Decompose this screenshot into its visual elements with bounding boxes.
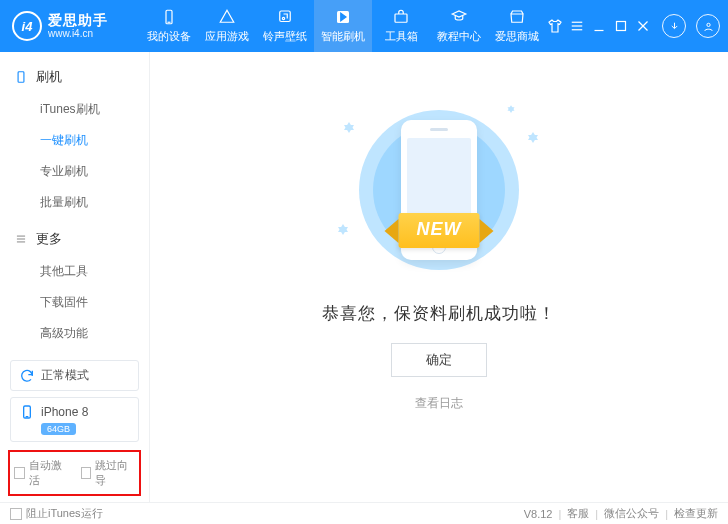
sidebar-group-title: 更多 <box>36 230 62 248</box>
sidebar-item-other-tools[interactable]: 其他工具 <box>0 256 149 287</box>
logo-icon: i4 <box>12 11 42 41</box>
nav-label: 应用游戏 <box>205 29 249 44</box>
iphone-icon <box>19 404 35 420</box>
auto-activate-checkbox[interactable]: 自动激活 <box>14 458 69 488</box>
checkbox-icon <box>81 467 92 479</box>
list-icon <box>14 232 28 246</box>
nav-apps[interactable]: 应用游戏 <box>198 0 256 52</box>
nav-flash[interactable]: 智能刷机 <box>314 0 372 52</box>
nav-label: 爱思商城 <box>495 29 539 44</box>
footer-link-wechat[interactable]: 微信公众号 <box>604 506 659 521</box>
flash-icon <box>334 8 352 26</box>
nav-label: 铃声壁纸 <box>263 29 307 44</box>
window-controls <box>546 14 728 38</box>
sidebar-item-advanced[interactable]: 高级功能 <box>0 318 149 349</box>
device-mode-label: 正常模式 <box>41 367 89 384</box>
view-log-link[interactable]: 查看日志 <box>415 395 463 412</box>
device-card[interactable]: iPhone 8 64GB <box>10 397 139 442</box>
apps-icon <box>218 8 236 26</box>
app-name: 爱思助手 <box>48 13 108 28</box>
success-message: 恭喜您，保资料刷机成功啦！ <box>322 302 556 325</box>
nav-tutorial[interactable]: 教程中心 <box>430 0 488 52</box>
menu-icon[interactable] <box>568 17 586 35</box>
phone-icon <box>14 70 28 84</box>
toolbox-icon <box>392 8 410 26</box>
skip-guide-checkbox[interactable]: 跳过向导 <box>81 458 136 488</box>
main-content: NEW 恭喜您，保资料刷机成功啦！ 确定 查看日志 <box>150 52 728 502</box>
close-icon[interactable] <box>634 17 652 35</box>
checkbox-label: 跳过向导 <box>95 458 135 488</box>
svg-rect-5 <box>395 14 407 22</box>
music-icon <box>276 8 294 26</box>
footer-link-update[interactable]: 检查更新 <box>674 506 718 521</box>
checkbox-label: 自动激活 <box>29 458 69 488</box>
block-itunes-checkbox[interactable]: 阻止iTunes运行 <box>10 506 103 521</box>
sidebar-item-pro-flash[interactable]: 专业刷机 <box>0 156 149 187</box>
maximize-icon[interactable] <box>612 17 630 35</box>
nav-my-device[interactable]: 我的设备 <box>140 0 198 52</box>
svg-rect-2 <box>280 11 291 22</box>
checkbox-label: 阻止iTunes运行 <box>26 506 103 521</box>
status-bar: 阻止iTunes运行 V8.12 | 客服 | 微信公众号 | 检查更新 <box>0 502 728 524</box>
svg-point-3 <box>282 17 284 19</box>
sidebar-item-download-fw[interactable]: 下载固件 <box>0 287 149 318</box>
sidebar-item-batch-flash[interactable]: 批量刷机 <box>0 187 149 218</box>
sidebar-item-oneclick-flash[interactable]: 一键刷机 <box>0 125 149 156</box>
version-label: V8.12 <box>524 508 553 520</box>
skin-icon[interactable] <box>546 17 564 35</box>
device-icon <box>160 8 178 26</box>
svg-point-13 <box>706 23 709 26</box>
device-mode[interactable]: 正常模式 <box>10 360 139 391</box>
footer-link-support[interactable]: 客服 <box>567 506 589 521</box>
highlighted-options: 自动激活 跳过向导 <box>8 450 141 496</box>
sidebar-group-title: 刷机 <box>36 68 62 86</box>
titlebar: i4 爱思助手 www.i4.cn 我的设备 应用游戏 铃声壁纸 智能刷机 工具… <box>0 0 728 52</box>
nav-toolbox[interactable]: 工具箱 <box>372 0 430 52</box>
user-button[interactable] <box>696 14 720 38</box>
nav-label: 工具箱 <box>385 29 418 44</box>
checkbox-icon <box>10 508 22 520</box>
refresh-icon <box>19 368 35 384</box>
svg-rect-14 <box>18 72 24 83</box>
store-icon <box>508 8 526 26</box>
svg-rect-10 <box>617 22 626 31</box>
sidebar-item-itunes-flash[interactable]: iTunes刷机 <box>0 94 149 125</box>
download-button[interactable] <box>662 14 686 38</box>
device-name: iPhone 8 <box>41 405 88 419</box>
nav-label: 智能刷机 <box>321 29 365 44</box>
sidebar-group-flash[interactable]: 刷机 <box>0 62 149 94</box>
new-ribbon: NEW <box>399 213 480 248</box>
sidebar-group-more[interactable]: 更多 <box>0 224 149 256</box>
nav-label: 我的设备 <box>147 29 191 44</box>
top-nav: 我的设备 应用游戏 铃声壁纸 智能刷机 工具箱 教程中心 爱思商城 <box>140 0 546 52</box>
app-logo[interactable]: i4 爱思助手 www.i4.cn <box>0 11 140 41</box>
nav-ringtone[interactable]: 铃声壁纸 <box>256 0 314 52</box>
minimize-icon[interactable] <box>590 17 608 35</box>
storage-badge: 64GB <box>41 423 76 435</box>
app-url: www.i4.cn <box>48 28 108 39</box>
success-illustration: NEW <box>334 102 544 272</box>
ok-button[interactable]: 确定 <box>391 343 487 377</box>
sidebar: 刷机 iTunes刷机 一键刷机 专业刷机 批量刷机 更多 其他工具 下载固件 … <box>0 52 150 502</box>
nav-store[interactable]: 爱思商城 <box>488 0 546 52</box>
nav-label: 教程中心 <box>437 29 481 44</box>
tutorial-icon <box>450 8 468 26</box>
checkbox-icon <box>14 467 25 479</box>
